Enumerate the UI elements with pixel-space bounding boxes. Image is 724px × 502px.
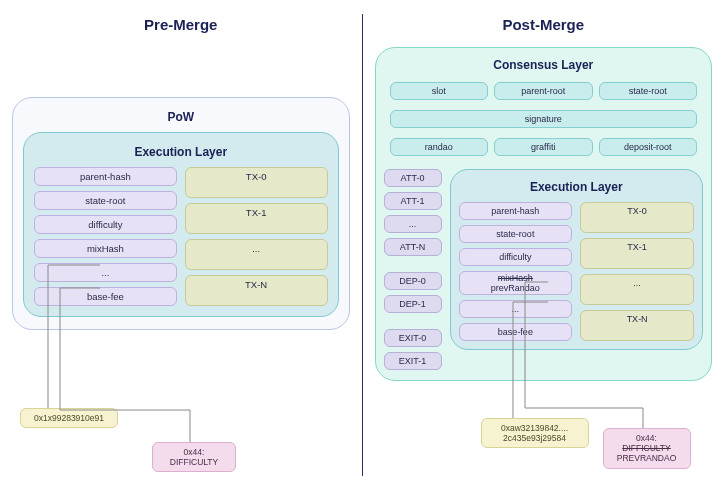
- field-attn: ATT-N: [384, 238, 442, 256]
- field-ellipsis-r: ...: [459, 300, 573, 318]
- field-slot: slot: [390, 82, 489, 100]
- field-att1: ATT-1: [384, 192, 442, 210]
- field-mixhash-r: mixHash prevRandao: [459, 271, 573, 295]
- exec-label-left: Execution Layer: [34, 145, 328, 159]
- field-txn-r: TX-N: [580, 310, 694, 341]
- field-txn: TX-N: [185, 275, 328, 306]
- header-fields-right: parent-hash state-root difficulty mixHas…: [459, 202, 573, 341]
- field-difficulty: difficulty: [34, 215, 177, 234]
- tx-fields-right: TX-0 TX-1 ... TX-N: [580, 202, 694, 341]
- pow-label: PoW: [23, 110, 339, 124]
- consensus-fields: slot parent-root state-root signature ra…: [384, 80, 704, 169]
- execution-layer-left: Execution Layer parent-hash state-root d…: [23, 132, 339, 317]
- header-fields-left: parent-hash state-root difficulty mixHas…: [34, 167, 177, 306]
- field-state-root-r: state-root: [459, 225, 573, 243]
- callout-value-right: 0xaw32139842.... 2c435e93j29584: [481, 418, 589, 448]
- field-tx1: TX-1: [185, 203, 328, 234]
- consensus-box: Consensus Layer slot parent-root state-r…: [375, 47, 713, 381]
- field-signature: signature: [390, 110, 698, 128]
- callout-value-left: 0x1x99283910e91: [20, 408, 118, 428]
- field-exit1: EXIT-1: [384, 352, 442, 370]
- field-dep1: DEP-1: [384, 295, 442, 313]
- opcode-new: PREVRANDAO: [617, 453, 677, 463]
- pow-box: PoW Execution Layer parent-hash state-ro…: [12, 97, 350, 330]
- field-parent-root: parent-root: [494, 82, 593, 100]
- callout-opcode-left: 0x44: DIFFICULTY: [152, 442, 236, 472]
- field-parent-hash-r: parent-hash: [459, 202, 573, 220]
- field-exit0: EXIT-0: [384, 329, 442, 347]
- pre-merge-panel: Pre-Merge PoW Execution Layer parent-has…: [0, 0, 362, 502]
- field-tx0-r: TX-0: [580, 202, 694, 233]
- diagram-root: Pre-Merge PoW Execution Layer parent-has…: [0, 0, 724, 502]
- field-parent-hash: parent-hash: [34, 167, 177, 186]
- field-base-fee: base-fee: [34, 287, 177, 306]
- field-att0: ATT-0: [384, 169, 442, 187]
- field-tx0: TX-0: [185, 167, 328, 198]
- opcode-old: DIFFICULTY: [622, 443, 670, 453]
- field-state-root: state-root: [34, 191, 177, 210]
- field-ellipsis: ...: [34, 263, 177, 282]
- consensus-label: Consensus Layer: [384, 58, 704, 72]
- prevrandao-label: prevRandao: [491, 283, 540, 293]
- field-graffiti: graffiti: [494, 138, 593, 156]
- field-randao: randao: [390, 138, 489, 156]
- callout-opcode-right: 0x44: DIFFICULTY PREVRANDAO: [603, 428, 691, 469]
- field-difficulty-r: difficulty: [459, 248, 573, 266]
- field-state-root-c: state-root: [599, 82, 698, 100]
- field-tx-ellipsis-r: ...: [580, 274, 694, 305]
- field-dep0: DEP-0: [384, 272, 442, 290]
- post-merge-title: Post-Merge: [375, 16, 713, 33]
- post-merge-panel: Post-Merge Consensus Layer slot parent-r…: [363, 0, 725, 502]
- field-att-ellipsis: ...: [384, 215, 442, 233]
- operation-lists: ATT-0 ATT-1 ... ATT-N DEP-0 DEP-1 EXIT-0…: [384, 169, 442, 370]
- pre-merge-title: Pre-Merge: [12, 16, 350, 33]
- field-tx1-r: TX-1: [580, 238, 694, 269]
- field-mixhash: mixHash: [34, 239, 177, 258]
- opcode-code: 0x44:: [636, 433, 657, 443]
- field-base-fee-r: base-fee: [459, 323, 573, 341]
- exec-label-right: Execution Layer: [459, 180, 695, 194]
- field-deposit-root: deposit-root: [599, 138, 698, 156]
- execution-layer-right: Execution Layer parent-hash state-root d…: [450, 169, 704, 350]
- consensus-body: ATT-0 ATT-1 ... ATT-N DEP-0 DEP-1 EXIT-0…: [384, 169, 704, 370]
- field-tx-ellipsis: ...: [185, 239, 328, 270]
- tx-fields-left: TX-0 TX-1 ... TX-N: [185, 167, 328, 306]
- mixhash-strike: mixHash: [498, 273, 533, 283]
